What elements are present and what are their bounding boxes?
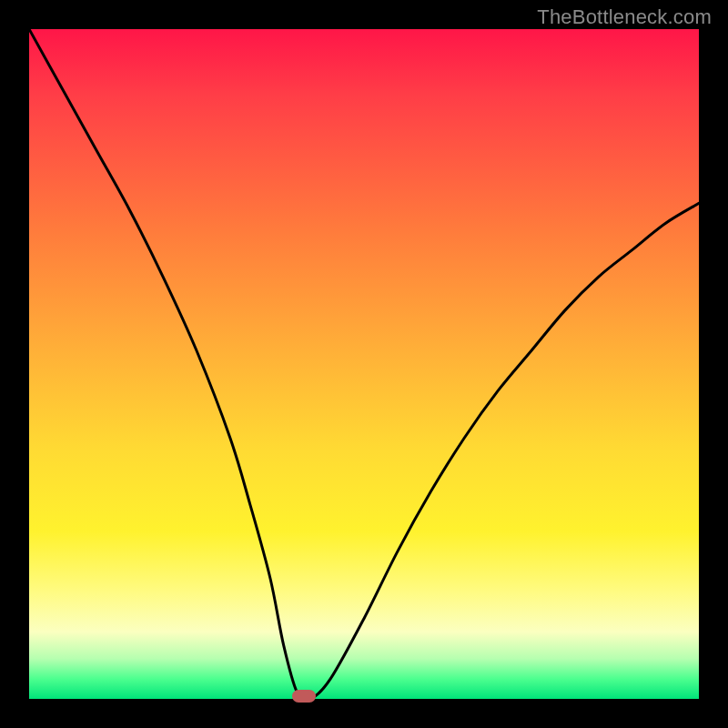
curve-path	[29, 29, 699, 699]
chart-frame: TheBottleneck.com	[0, 0, 728, 728]
watermark-text: TheBottleneck.com	[537, 5, 712, 29]
chart-plot-area	[29, 29, 699, 699]
optimal-point-marker	[292, 690, 316, 703]
bottleneck-curve	[29, 29, 699, 699]
